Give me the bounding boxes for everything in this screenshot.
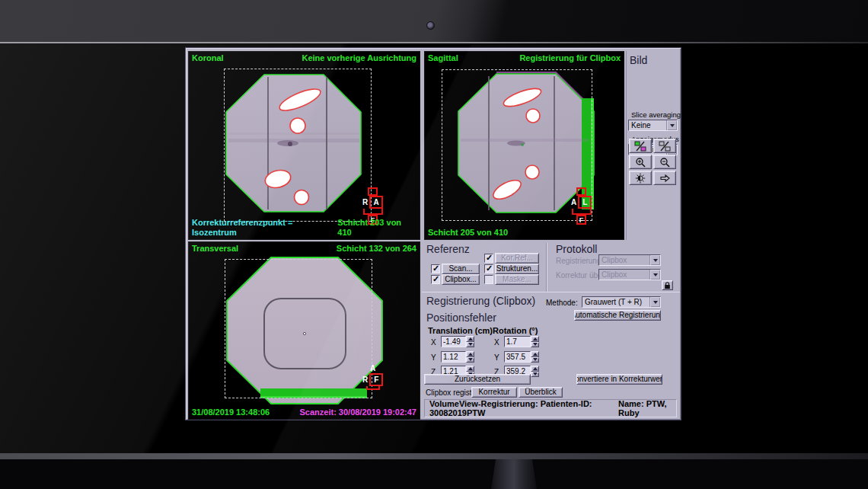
translation-x-stepper[interactable] [441,336,474,347]
lock-button[interactable] [662,280,673,290]
controls-area: Referenz Scan... Clipbox... Kor.Ref... S… [422,241,680,420]
clipbox-checkbox[interactable] [431,275,440,284]
bild-panel: Bild Slice averaging Keine Anzeigemodus … [626,51,679,240]
registrierung-dropdown[interactable]: Clipbox [598,254,661,266]
slice-averaging-label: Slice averaging [631,110,679,119]
chevron-down-icon[interactable] [649,270,660,280]
translation-x-label: X [431,338,436,347]
monitor-stand [491,459,537,489]
monitor-bottom-bezel [0,453,868,459]
screen: Koronal Keine vorherige Ausrichtung [0,43,868,453]
strukturen-button[interactable]: Strukturen... [495,264,539,274]
zoom-in-button[interactable] [629,155,652,169]
app-window: Koronal Keine vorherige Ausrichtung [185,47,681,420]
step-up-icon[interactable] [466,366,474,372]
translation-x-input[interactable] [441,336,466,347]
pan-arrow-icon [659,173,671,184]
zoom-in-icon [635,157,646,168]
maske-button[interactable]: Maske... [495,274,539,285]
monitor: Koronal Keine vorherige Ausrichtung [0,0,868,489]
step-down-icon[interactable] [531,342,539,348]
divider [546,243,547,292]
brightness-icon [635,173,646,184]
viewport-sagittal[interactable]: Sagittal Registrierung für Clipbox [424,51,624,240]
divider [422,292,680,292]
step-up-icon[interactable] [531,351,539,357]
step-up-icon[interactable] [531,336,539,342]
step-down-icon[interactable] [466,342,474,348]
tab-korrektur[interactable]: Korrektur [471,387,517,398]
step-down-icon[interactable] [466,357,474,363]
tab-ueberblick[interactable]: Überblick [519,387,563,398]
referenz-title: Referenz [426,243,470,255]
positionsfehler-title: Positionsfehler [426,312,496,324]
chevron-down-icon[interactable] [649,297,660,307]
rotation-x-stepper[interactable] [504,336,539,347]
slice-averaging-dropdown[interactable]: Keine [628,120,678,131]
webcam-icon [426,21,435,30]
step-down-icon[interactable] [531,357,539,363]
translation-y-stepper[interactable] [441,351,474,363]
viewport-koronal[interactable]: Koronal Keine vorherige Ausrichtung [188,51,420,240]
maske-checkbox[interactable] [484,275,493,284]
methode-label: Methode: [546,299,578,307]
lock-icon [664,282,671,289]
rotation-y-input[interactable] [504,351,531,363]
rotation-y-stepper[interactable] [504,351,539,363]
chevron-down-icon[interactable] [649,255,660,265]
scan-button[interactable]: Scan... [442,264,480,274]
rotation-y-label: Y [494,353,499,362]
automatische-registrierung-button[interactable]: Automatische Registrierung [574,310,661,321]
korref-button[interactable]: Kor.Ref... [495,253,539,264]
blend-outline-icon [659,141,671,152]
zuruecksetzen-button[interactable]: Zurücksetzen [424,374,531,385]
korrektur-ueber-label: Korrektur über [556,271,605,280]
step-up-icon[interactable] [466,336,474,342]
clipbox-button[interactable]: Clipbox... [442,274,480,285]
korrektur-ueber-dropdown[interactable]: Clipbox [598,269,661,280]
monitor-top-bezel [0,0,868,43]
konvertiere-button[interactable]: Konvertiere in Korrekturwerte [576,374,662,385]
step-up-icon[interactable] [531,366,539,372]
rotation-x-label: X [494,338,499,347]
sagittal-clipbox-overlay[interactable] [442,69,592,221]
pan-arrow-button[interactable] [653,171,676,185]
protokoll-title: Protokoll [556,243,597,255]
step-down-icon[interactable] [531,372,539,378]
rotation-label: Rotation (°) [493,326,538,335]
rotation-x-input[interactable] [504,336,531,347]
patient-status-bar: VolumeView-Registrierung: Patienten-ID: … [424,399,677,417]
strukturen-checkbox[interactable] [484,264,493,273]
chevron-down-icon[interactable] [666,120,677,130]
blend-outline-button[interactable] [653,139,676,153]
patient-name-text: Name: PTW, Ruby [618,399,676,417]
translation-y-label: Y [431,353,436,362]
brightness-button[interactable] [629,171,652,185]
transversal-clipbox-overlay[interactable] [225,259,372,398]
bild-panel-title: Bild [630,54,679,66]
step-up-icon[interactable] [466,351,474,357]
sagittal-orientation-marker: A L F [571,187,592,225]
koronal-orientation-marker: R A F [362,187,383,225]
patient-id-text: VolumeView-Registrierung: Patienten-ID: … [429,399,608,417]
methode-dropdown[interactable]: Grauwert (T + R) [582,296,661,308]
blend-color-button[interactable] [629,139,652,153]
scan-checkbox[interactable] [431,264,440,273]
registrierung-clipbox-title: Registrierung (Clipbox) [426,295,535,307]
korref-checkbox[interactable] [484,254,493,263]
registrierung-label: Registrierung [556,257,601,265]
zoom-out-icon [659,157,671,168]
transversal-orientation-marker: A R F [362,364,383,390]
translation-y-input[interactable] [441,351,466,363]
zoom-out-button[interactable] [653,155,676,169]
translation-label: Translation (cm) [428,326,493,335]
koronal-clipbox-overlay[interactable] [224,69,372,222]
blend-color-icon [634,141,646,152]
viewport-transversal[interactable]: Transversal Schicht 132 von 264 A [188,241,420,420]
